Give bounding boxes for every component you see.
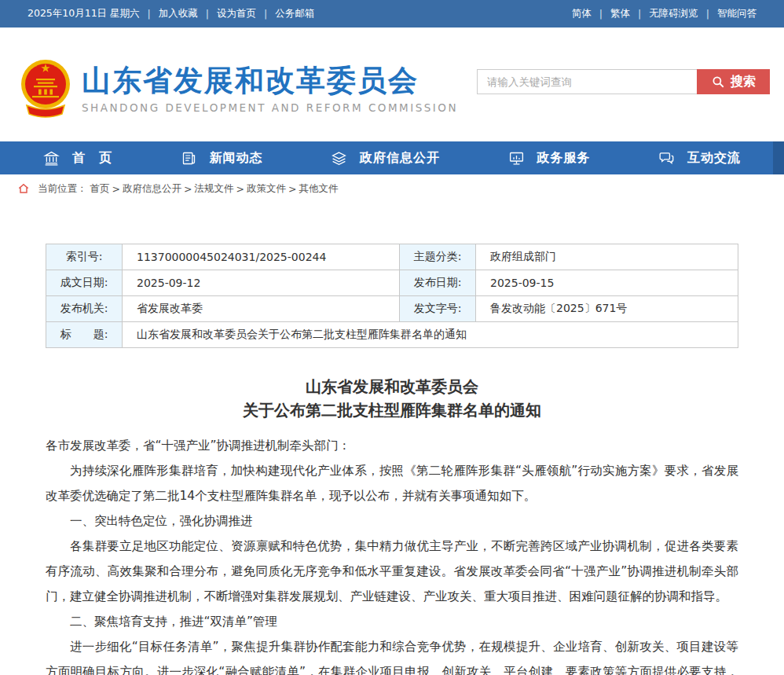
smart-qa-link[interactable]: 智能问答 bbox=[717, 7, 757, 20]
breadcrumb-gov-info[interactable]: 政府信息公开 bbox=[123, 182, 181, 196]
meta-value-category: 政府组成部门 bbox=[476, 244, 738, 270]
meta-value-written-date: 2025-09-12 bbox=[123, 270, 400, 296]
table-row: 发布机关: 省发展改革委 发文字号: 鲁发改动能〔2025〕671号 bbox=[46, 296, 738, 322]
main-nav: 首 页 新闻动态 政府信息公开 政务服务 bbox=[0, 141, 784, 174]
section-heading-2: 二、聚焦培育支持，推进“双清单”管理 bbox=[46, 609, 738, 634]
national-emblem-logo bbox=[20, 56, 71, 122]
traditional-chinese-link[interactable]: 繁体 bbox=[610, 7, 630, 20]
page: 2025年10月11日 星期六 | 加入收藏 | 设为首页 | 公务邮箱 简体 … bbox=[0, 0, 784, 675]
meta-label-publish-date: 发布日期: bbox=[400, 270, 476, 296]
table-row: 索引号: 11370000045024031/2025-00244 主题分类: … bbox=[46, 244, 738, 270]
breadcrumb-separator: > bbox=[236, 183, 244, 195]
bank-icon bbox=[43, 150, 60, 167]
paragraph-section-2: 进一步细化“目标任务清单”，聚焦提升集群协作配套能力和综合竞争优势，在规模提升、… bbox=[46, 634, 738, 675]
brand-text: 山东省发展和改革委员会 SHANDONG DEVELOPMENT AND REF… bbox=[82, 64, 458, 114]
home-icon bbox=[17, 182, 30, 195]
paragraph-intro: 为持续深化雁阵形集群培育，加快构建现代化产业体系，按照《第二轮雁阵形集群“头雁领… bbox=[46, 458, 738, 508]
meta-label-agency: 发布机关: bbox=[46, 296, 123, 322]
topbar-right: 简体 | 繁体 | 无障碍浏览 | 智能问答 bbox=[572, 7, 757, 20]
layers-icon bbox=[331, 150, 347, 167]
site-brand[interactable]: 山东省发展和改革委员会 SHANDONG DEVELOPMENT AND REF… bbox=[20, 56, 458, 122]
meta-value-agency: 省发展改革委 bbox=[123, 296, 400, 322]
current-date: 2025年10月11日 星期六 bbox=[27, 7, 140, 20]
meta-label-index: 索引号: bbox=[46, 244, 123, 270]
chat-icon bbox=[658, 150, 675, 167]
nav-label: 政务服务 bbox=[537, 150, 591, 167]
meta-value-index: 11370000045024031/2025-00244 bbox=[123, 244, 400, 270]
accessibility-link[interactable]: 无障碍浏览 bbox=[649, 7, 698, 20]
paragraph-salutation: 各市发展改革委，省“十强产业”协调推进机制牵头部门： bbox=[46, 433, 738, 458]
separator: | bbox=[206, 8, 209, 20]
content-area: 索引号: 11370000045024031/2025-00244 主题分类: … bbox=[0, 203, 784, 675]
nav-label: 首 页 bbox=[72, 150, 112, 167]
breadcrumb-policy-files[interactable]: 政策文件 bbox=[247, 182, 286, 196]
nav-label: 新闻动态 bbox=[210, 150, 263, 167]
breadcrumb-regulations[interactable]: 法规文件 bbox=[194, 182, 233, 196]
doc-meta-table: 索引号: 11370000045024031/2025-00244 主题分类: … bbox=[46, 244, 738, 348]
article-title: 山东省发展和改革委员会 关于公布第二批支柱型雁阵集群名单的通知 bbox=[0, 375, 784, 422]
add-favorite-link[interactable]: 加入收藏 bbox=[159, 7, 198, 20]
search-input[interactable] bbox=[477, 69, 697, 94]
site-header: 山东省发展和改革委员会 SHANDONG DEVELOPMENT AND REF… bbox=[0, 28, 784, 141]
nav-item-news[interactable]: 新闻动态 bbox=[181, 150, 263, 167]
meta-value-doc-number: 鲁发改动能〔2025〕671号 bbox=[476, 296, 738, 322]
separator: | bbox=[148, 8, 151, 20]
breadcrumb-separator: > bbox=[112, 183, 120, 195]
meta-label-doc-number: 发文字号: bbox=[400, 296, 476, 322]
newspaper-icon bbox=[181, 150, 197, 167]
nav-item-gov-services[interactable]: 政务服务 bbox=[508, 150, 591, 167]
breadcrumb: 当前位置： 首页 > 政府信息公开 > 法规文件 > 政策文件 > 其他文件 bbox=[0, 174, 784, 203]
site-title-english: SHANDONG DEVELOPMENT AND REFORM COMMISSI… bbox=[82, 101, 458, 114]
meta-label-category: 主题分类: bbox=[400, 244, 476, 270]
search-button-label: 搜索 bbox=[731, 74, 756, 90]
nav-label: 互动交流 bbox=[687, 150, 741, 167]
simplified-chinese-link[interactable]: 简体 bbox=[572, 7, 592, 20]
nav-item-interaction[interactable]: 互动交流 bbox=[658, 150, 741, 167]
meta-label-written-date: 成文日期: bbox=[46, 270, 123, 296]
official-mail-link[interactable]: 公务邮箱 bbox=[275, 7, 314, 20]
breadcrumb-separator: > bbox=[184, 183, 192, 195]
site-title: 山东省发展和改革委员会 bbox=[82, 64, 458, 98]
monitor-chart-icon bbox=[508, 150, 525, 167]
set-homepage-link[interactable]: 设为首页 bbox=[217, 7, 256, 20]
paragraph-section-1: 各集群要立足地区功能定位、资源禀赋和特色优势，集中精力做优主导产业，不断完善跨区… bbox=[46, 534, 738, 609]
nav-item-home[interactable]: 首 页 bbox=[43, 150, 112, 167]
top-utility-bar: 2025年10月11日 星期六 | 加入收藏 | 设为首页 | 公务邮箱 简体 … bbox=[0, 0, 784, 28]
search-button[interactable]: 搜索 bbox=[697, 69, 770, 94]
separator: | bbox=[638, 8, 641, 20]
article-title-line1: 山东省发展和改革委员会 bbox=[0, 375, 784, 398]
topbar-left: 2025年10月11日 星期六 | 加入收藏 | 设为首页 | 公务邮箱 bbox=[27, 7, 314, 20]
meta-value-title: 山东省发展和改革委员会关于公布第二批支柱型雁阵集群名单的通知 bbox=[123, 322, 738, 348]
site-search: 搜索 bbox=[477, 69, 770, 94]
meta-value-publish-date: 2025-09-15 bbox=[476, 270, 738, 296]
breadcrumb-home[interactable]: 首页 bbox=[90, 182, 110, 196]
separator: | bbox=[264, 8, 267, 20]
search-icon bbox=[711, 75, 725, 89]
table-row: 标 题: 山东省发展和改革委员会关于公布第二批支柱型雁阵集群名单的通知 bbox=[46, 322, 738, 348]
separator: | bbox=[706, 8, 709, 20]
nav-edge-shade bbox=[773, 141, 784, 174]
meta-label-title: 标 题: bbox=[46, 322, 123, 348]
breadcrumb-prefix: 当前位置： bbox=[38, 182, 87, 196]
nav-item-gov-info[interactable]: 政府信息公开 bbox=[331, 150, 440, 167]
article-body: 各市发展改革委，省“十强产业”协调推进机制牵头部门： 为持续深化雁阵形集群培育，… bbox=[46, 433, 738, 675]
article-title-line2: 关于公布第二批支柱型雁阵集群名单的通知 bbox=[0, 398, 784, 422]
section-heading-1: 一、突出特色定位，强化协调推进 bbox=[46, 508, 738, 534]
breadcrumb-other-files[interactable]: 其他文件 bbox=[299, 182, 338, 196]
table-row: 成文日期: 2025-09-12 发布日期: 2025-09-15 bbox=[46, 270, 738, 296]
breadcrumb-separator: > bbox=[288, 183, 296, 195]
nav-label: 政府信息公开 bbox=[360, 150, 440, 167]
separator: | bbox=[599, 8, 603, 20]
